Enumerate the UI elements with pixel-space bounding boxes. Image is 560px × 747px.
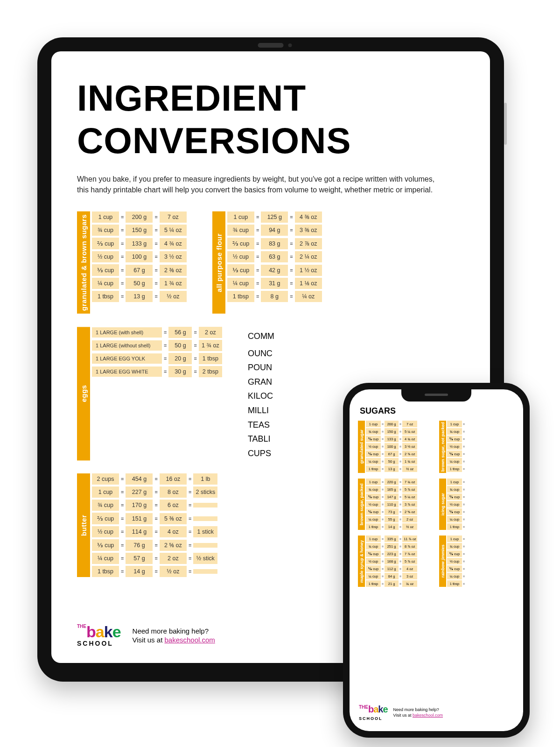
- cell-ex: 1 lb: [193, 473, 217, 485]
- equals-sign: =: [164, 330, 167, 335]
- cell-ex: ½ stick: [193, 553, 217, 564]
- equals-sign: =: [382, 552, 384, 556]
- cell-vol: 1 cup: [366, 421, 381, 427]
- phone-block-label: rainbow jimmies: [439, 536, 446, 587]
- table-row: 1 tbsp=: [447, 465, 465, 472]
- table-row: ¾ cup=150 g=5 ¼ oz: [366, 428, 417, 435]
- cell-g: 57 g: [126, 553, 153, 564]
- cell-vol: ¾ cup: [447, 428, 462, 435]
- cell-vol: 1 cup: [92, 486, 119, 498]
- cell-vol: 1 tbsp: [447, 580, 462, 587]
- equals-sign: =: [463, 437, 465, 441]
- phone-screen: SUGARS granulated sugar1 cup=200 g=7 oz¾…: [350, 389, 523, 731]
- table-row: 1 cup=: [447, 421, 465, 427]
- equals-sign: =: [256, 281, 259, 286]
- bakeschool-link[interactable]: bakeschool.com: [164, 636, 215, 644]
- cell-g: 50 g: [126, 278, 153, 289]
- common-item: CUPS: [248, 446, 274, 461]
- logo-bakeschool: THEbake SCHOOL: [77, 624, 121, 647]
- equals-sign: =: [194, 343, 196, 348]
- cell-oz: 2 ⅜ oz: [160, 265, 187, 276]
- cell-vol: ⅔ cup: [447, 436, 462, 442]
- block-sugars: granulated & brown sugars 1 cup=200 g=7 …: [77, 211, 187, 314]
- cell-vol: ⅓ cup: [447, 565, 462, 572]
- equals-sign: =: [154, 241, 157, 247]
- cell-oz: 2 ⅝ oz: [402, 508, 417, 515]
- equals-sign: =: [463, 525, 465, 529]
- page-title: INGREDIENT CONVERSIONS: [77, 77, 464, 162]
- table-row: 1 cup=335 g=11 ⅞ oz: [366, 536, 417, 542]
- table-row: ⅓ cup=76 g=2 ⅝ oz=: [92, 539, 217, 551]
- table-row: ½ cup=: [447, 443, 465, 450]
- cell-oz: 3 ½ oz: [160, 251, 187, 262]
- phone-block-label: granulated sugar: [358, 421, 365, 473]
- cell-vol: ⅓ cup: [92, 539, 119, 551]
- cell-g: 150 g: [126, 225, 153, 236]
- equals-sign: =: [256, 254, 259, 260]
- equals-sign: =: [399, 567, 401, 571]
- table-row: ⅓ cup=67 g=2 ⅜ oz: [366, 451, 417, 457]
- cell-oz: 5 ¼ oz: [402, 428, 417, 435]
- cell-oz: 3 ⅜ oz: [295, 225, 322, 236]
- phone-block-label: brown sugar, not packed: [439, 421, 446, 473]
- cell-vol: ½ cup: [92, 526, 119, 537]
- equals-sign: =: [382, 503, 384, 506]
- phone-block: rainbow jimmies1 cup=¾ cup=⅔ cup=½ cup=⅓…: [439, 536, 515, 587]
- equals-sign: =: [382, 518, 384, 521]
- equals-sign: =: [154, 556, 157, 561]
- cell-oz: 4 oz: [402, 565, 417, 572]
- table-row: ⅓ cup=: [447, 451, 465, 457]
- cell-vol: 1 tbsp: [447, 523, 462, 530]
- equals-sign: =: [194, 369, 196, 374]
- table-row: 1 tbsp=14 g=½ oz: [366, 523, 417, 530]
- phone-bakeschool-link[interactable]: bakeschool.com: [413, 713, 443, 718]
- cell-oz: 1 ⅛ oz: [295, 278, 322, 289]
- equals-sign: =: [399, 423, 401, 426]
- equals-sign: =: [463, 510, 465, 514]
- equals-sign: =: [382, 582, 384, 585]
- cell-lbl: 1 LARGE (without shell): [92, 340, 162, 351]
- cell-oz: 7 oz: [160, 211, 187, 223]
- cell-vol: ½ cup: [366, 443, 381, 450]
- cell-oz: 2 ⅞ oz: [295, 238, 322, 249]
- cell-g: 150 g: [385, 428, 399, 435]
- cell-oz: ½ oz: [402, 465, 417, 472]
- equals-sign: =: [382, 525, 384, 529]
- cell-g: 147 g: [385, 493, 399, 500]
- table-row: 1 cup=: [447, 536, 465, 542]
- equals-sign: =: [382, 488, 384, 491]
- table-row: ⅔ cup=133 g=4 ¾ oz: [92, 238, 187, 249]
- cell-vol: 2 cups: [92, 473, 119, 485]
- table-row: 1 cup=227 g=8 oz=2 sticks: [92, 486, 217, 498]
- equals-sign: =: [189, 502, 191, 508]
- table-row: 1 tbsp=14 g=½ oz=: [92, 566, 217, 577]
- equals-sign: =: [154, 516, 157, 521]
- cell-vol: ¼ cup: [366, 573, 381, 579]
- cell-g: 14 g: [126, 566, 153, 577]
- table-row: ½ cup=168 g=5 ⅞ oz: [366, 558, 417, 564]
- equals-sign: =: [121, 529, 124, 535]
- cell-oz: 4 ⅜ oz: [295, 211, 322, 223]
- label-eggs: eggs: [77, 327, 90, 460]
- cell-oz: ¾ oz: [402, 580, 417, 587]
- common-item: MILLI: [248, 403, 274, 418]
- phone-block: brown sugar, packed1 cup=220 g=7 ¾ oz¾ c…: [358, 479, 434, 530]
- phone-notch: [401, 389, 471, 402]
- cell-vol: ⅔ cup: [92, 238, 119, 249]
- cell-vol: ½ cup: [447, 443, 462, 450]
- cell-vol: ⅓ cup: [227, 264, 254, 276]
- equals-sign: =: [154, 543, 157, 548]
- equals-sign: =: [463, 467, 465, 471]
- cell-g: 220 g: [385, 479, 399, 485]
- label-butter: butter: [77, 473, 90, 577]
- cell-vol: ⅓ cup: [447, 451, 462, 457]
- cell-g: 165 g: [385, 486, 399, 493]
- cell-g: 83 g: [261, 238, 288, 249]
- help-line1: Need more baking help?: [133, 627, 209, 635]
- cell-vol: 1 cup: [227, 211, 254, 223]
- table-row: ¼ cup=: [447, 573, 465, 579]
- cell-vol: 1 tbsp: [366, 523, 381, 530]
- cell-vol: ⅔ cup: [366, 550, 381, 557]
- phone-block-label: brown sugar, packed: [358, 479, 365, 530]
- equals-sign: =: [463, 423, 465, 426]
